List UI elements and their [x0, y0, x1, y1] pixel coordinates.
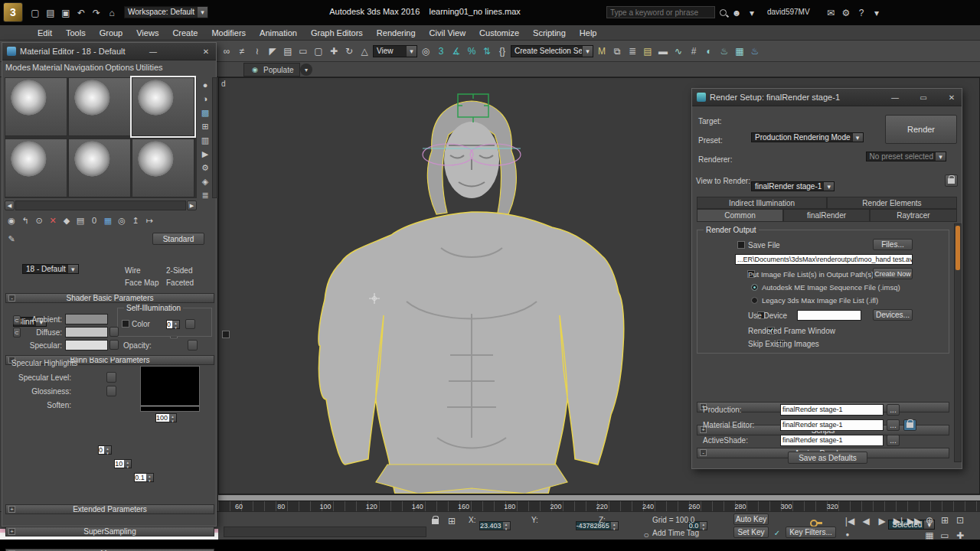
material-sample-slot-selected[interactable]	[132, 77, 194, 136]
renderer-lock-button[interactable]	[903, 419, 916, 431]
key-filters-button[interactable]: Key Filters...	[786, 527, 836, 538]
edit-named-selection-sets-icon[interactable]: {}	[495, 44, 510, 59]
assign-to-selection-icon[interactable]: ⊙	[33, 214, 45, 227]
help-icon[interactable]: ?	[854, 5, 869, 21]
material-sample-slot[interactable]	[68, 77, 131, 136]
percent-snap-toggle-icon[interactable]: %	[464, 44, 479, 59]
viewport-label-fragment[interactable]: d	[221, 80, 226, 88]
self-illum-spinner[interactable]: 0	[166, 320, 180, 329]
tab-common[interactable]: Common	[697, 209, 783, 222]
maximize-icon[interactable]: ▭	[918, 93, 929, 103]
me-menu-modes[interactable]: Modes	[5, 63, 31, 72]
diffuse-color-swatch[interactable]	[65, 327, 108, 337]
material-editor-titlebar[interactable]: Material Editor - 18 - Default — ✕	[2, 43, 216, 60]
menu-graph-editors[interactable]: Graph Editors	[304, 28, 370, 37]
device-field[interactable]	[797, 310, 861, 321]
sample-vertical-scrollbar[interactable]	[212, 77, 217, 198]
redo-icon[interactable]: ↷	[89, 5, 104, 21]
window-crossing-toggle-icon[interactable]: ▢	[311, 44, 326, 59]
settings-icon[interactable]: ⚙	[838, 5, 854, 21]
show-map-in-viewport-icon[interactable]: ▦	[102, 214, 114, 227]
glossiness-map-button[interactable]	[106, 386, 116, 396]
me-menu-utilities[interactable]: Utilities	[136, 63, 162, 72]
select-and-rotate-icon[interactable]: ↻	[341, 44, 357, 59]
search-icon[interactable]	[718, 8, 729, 18]
opacity-spinner[interactable]: 100	[155, 413, 177, 422]
make-unique-icon[interactable]: ◆	[60, 214, 73, 227]
put-to-scene-icon[interactable]: ↰	[19, 214, 31, 227]
menu-animation[interactable]: Animation	[253, 28, 304, 37]
sample-scroll-right-icon[interactable]: ▶	[187, 201, 197, 210]
imsq-radio[interactable]	[751, 284, 758, 291]
render-production-icon[interactable]: ♨	[747, 44, 763, 59]
menu-help[interactable]: Help	[573, 28, 604, 37]
material-sample-slot[interactable]	[68, 139, 131, 197]
ribbon-config-icon[interactable]: ▾	[300, 64, 312, 76]
spinner-snap-toggle-icon[interactable]: ⇅	[479, 44, 495, 59]
renderer-dropdown[interactable]: finalRender stage-1	[751, 181, 835, 191]
render-setup-icon[interactable]: ♨	[717, 44, 732, 59]
zoom-extents-icon[interactable]: ⊡	[952, 513, 968, 528]
files-button[interactable]: Files...	[873, 239, 913, 250]
x-coordinate-field[interactable]: 23.403	[479, 521, 511, 530]
select-and-move-icon[interactable]: ✚	[326, 44, 341, 59]
pick-material-from-object-icon[interactable]: ✎	[5, 233, 18, 245]
preset-dropdown[interactable]: No preset selected	[866, 152, 946, 161]
minimize-icon[interactable]: —	[890, 93, 900, 103]
tab-raytracer[interactable]: Raytracer	[870, 209, 957, 222]
save-file-checkbox[interactable]	[737, 241, 745, 249]
menu-scripting[interactable]: Scripting	[526, 28, 573, 37]
expand-icon[interactable]: +	[8, 528, 15, 535]
material-sample-slot[interactable]	[5, 139, 67, 197]
material-sample-slot[interactable]	[5, 77, 67, 136]
extended-parameters-rollout[interactable]: + Extended Parameters	[5, 504, 214, 514]
material-id-icon[interactable]: 0	[88, 214, 100, 227]
snaps-toggle-icon[interactable]: 3	[433, 44, 449, 59]
make-preview-icon[interactable]: ▶	[199, 148, 211, 160]
shader-basic-parameters-rollout[interactable]: - Shader Basic Parameters	[5, 293, 214, 303]
save-as-defaults-button[interactable]: Save as Defaults	[788, 452, 867, 464]
project-folder-icon[interactable]: ⌂	[104, 5, 119, 21]
signed-in-username[interactable]: david597MV	[767, 8, 810, 16]
material-sample-slot[interactable]	[132, 139, 194, 197]
menu-customize[interactable]: Customize	[472, 28, 526, 37]
menu-rendering[interactable]: Rendering	[370, 28, 423, 37]
y-coordinate-field[interactable]: -43782865	[576, 521, 619, 530]
reference-coordinate-dropdown[interactable]: View	[373, 45, 417, 57]
rectangular-selection-region-icon[interactable]: ▭	[296, 44, 311, 59]
communication-center-icon[interactable]: ✉	[823, 5, 838, 21]
menu-modifiers[interactable]: Modifiers	[204, 28, 253, 37]
background-icon[interactable]: ▩	[199, 106, 211, 119]
toggle-scene-explorer-icon[interactable]: ≣	[625, 44, 640, 59]
undo-icon[interactable]: ↶	[74, 5, 89, 21]
show-end-result-icon[interactable]: ◎	[116, 214, 128, 227]
menu-civil-view[interactable]: Civil View	[423, 28, 472, 37]
specular-level-map-button[interactable]	[106, 372, 116, 383]
sample-scroll-left-icon[interactable]: ◀	[5, 201, 15, 210]
go-forward-icon[interactable]: ↦	[143, 214, 155, 227]
use-pivot-point-center-icon[interactable]: ◎	[418, 44, 433, 59]
video-color-check-icon[interactable]: ▥	[199, 134, 211, 146]
activeshade-choose-button[interactable]: ...	[887, 435, 900, 446]
self-illum-color-checkbox[interactable]	[122, 320, 129, 328]
faceted-checkbox[interactable]	[222, 331, 230, 338]
menu-create[interactable]: Create	[165, 28, 204, 37]
select-by-name-icon[interactable]: ▤	[280, 44, 296, 59]
glossiness-spinner[interactable]: 10	[114, 459, 132, 468]
tab-indirect-illumination[interactable]: Indirect Illumination	[697, 197, 827, 209]
devices-button[interactable]: Devices...	[873, 309, 913, 321]
mirror-icon[interactable]: M	[594, 44, 609, 59]
get-material-icon[interactable]: ◉	[5, 214, 18, 227]
toggle-ribbon-icon[interactable]: ▬	[655, 44, 671, 59]
sample-uv-tiling-icon[interactable]: ⊞	[199, 120, 211, 132]
material-options-icon[interactable]: ⚙	[199, 161, 211, 174]
angle-snap-toggle-icon[interactable]: ∡	[449, 44, 464, 59]
specular-color-swatch[interactable]	[65, 340, 108, 350]
lock-diffuse-specular-icon[interactable]: ⊂	[13, 328, 21, 337]
ribbon-populate-tab[interactable]: ◉ Populate	[243, 63, 300, 77]
menu-tools[interactable]: Tools	[59, 28, 93, 37]
expand-icon[interactable]: +	[8, 506, 15, 513]
sample-type-icon[interactable]: ●	[199, 79, 211, 91]
time-slider[interactable]	[218, 494, 980, 500]
schematic-view-icon[interactable]: #	[686, 44, 701, 59]
